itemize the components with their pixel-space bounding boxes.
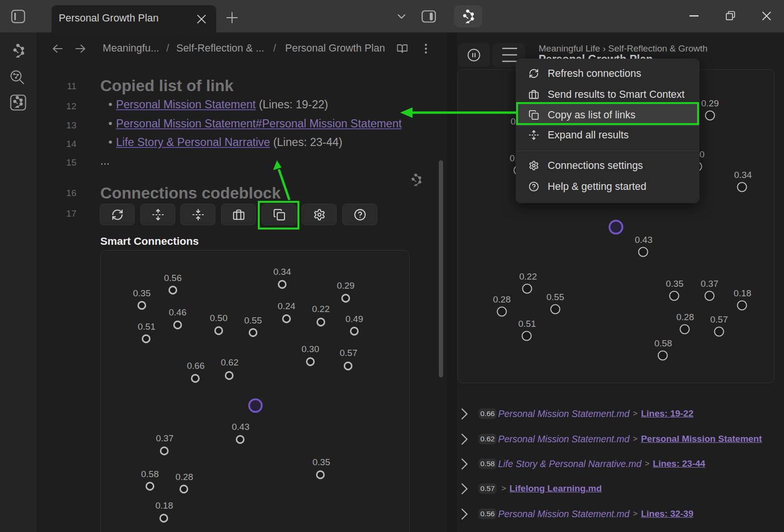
svg-text:0.56: 0.56 — [164, 273, 182, 283]
svg-text:0.66: 0.66 — [187, 361, 205, 371]
svg-text:0.29: 0.29 — [701, 98, 719, 108]
svg-text:0.18: 0.18 — [156, 501, 173, 511]
svg-text:0.28: 0.28 — [176, 472, 193, 482]
svg-text:0.29: 0.29 — [337, 281, 355, 291]
svg-text:0.43: 0.43 — [635, 235, 653, 245]
svg-text:0.46: 0.46 — [169, 307, 187, 317]
svg-text:0.55: 0.55 — [244, 315, 262, 325]
svg-text:0.28: 0.28 — [493, 294, 511, 304]
svg-text:0.50: 0.50 — [210, 313, 228, 323]
svg-text:0.35: 0.35 — [313, 457, 330, 467]
svg-text:0.22: 0.22 — [519, 271, 537, 282]
svg-text:0.62: 0.62 — [221, 357, 239, 367]
svg-text:0.43: 0.43 — [232, 422, 250, 432]
svg-text:0.49: 0.49 — [346, 314, 363, 324]
svg-text:0.18: 0.18 — [734, 288, 752, 298]
svg-text:0.34: 0.34 — [734, 170, 752, 180]
svg-text:0.57: 0.57 — [340, 348, 358, 358]
svg-text:0.51: 0.51 — [519, 319, 536, 329]
svg-text:0.57: 0.57 — [710, 314, 728, 324]
svg-text:0.51: 0.51 — [138, 322, 156, 332]
svg-text:0.28: 0.28 — [677, 312, 694, 322]
svg-text:0.37: 0.37 — [156, 433, 174, 443]
svg-text:0.58: 0.58 — [141, 469, 159, 479]
svg-text:0.22: 0.22 — [312, 304, 330, 314]
svg-text:0.30: 0.30 — [302, 344, 319, 354]
svg-text:0.58: 0.58 — [655, 338, 672, 348]
svg-text:0.35: 0.35 — [666, 279, 684, 289]
svg-text:0.34: 0.34 — [274, 267, 291, 277]
svg-text:0.35: 0.35 — [133, 288, 151, 298]
svg-text:0.55: 0.55 — [547, 292, 564, 302]
svg-text:0.24: 0.24 — [278, 301, 296, 311]
svg-text:0.37: 0.37 — [701, 279, 719, 289]
